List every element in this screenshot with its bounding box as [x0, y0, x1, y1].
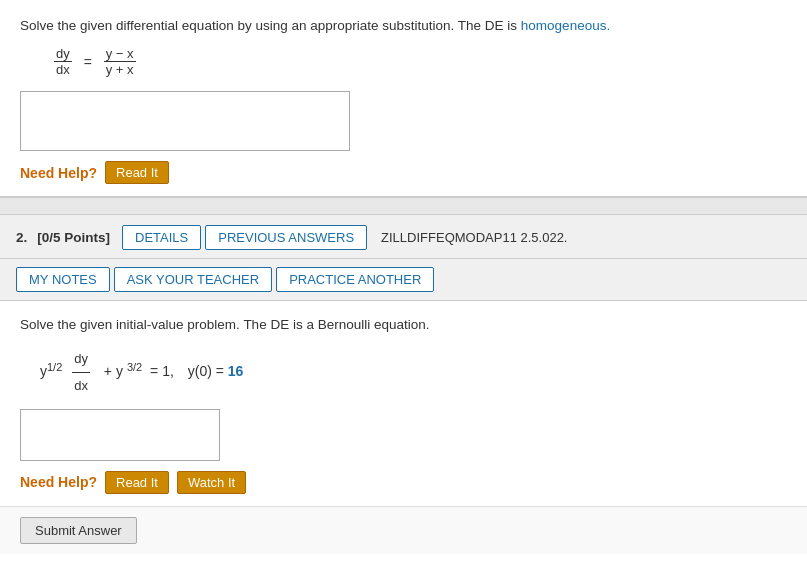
problem1-answer-box[interactable] — [20, 91, 350, 151]
equals-sign: = — [84, 54, 92, 70]
watch-it-button[interactable]: Watch It — [177, 471, 246, 494]
dy-numerator: dy — [72, 346, 90, 373]
section-number: 2. — [16, 230, 27, 245]
initial-condition: y(0) = 16 — [188, 363, 244, 379]
practice-another-button[interactable]: PRACTICE ANOTHER — [276, 267, 434, 292]
submit-row: Submit Answer — [0, 506, 807, 554]
read-it-button[interactable]: Read It — [105, 161, 169, 184]
dy-fraction-wrapper: dy dx — [68, 363, 98, 379]
dy-denominator: dx — [72, 373, 90, 399]
problem-id: ZILLDIFFEQMODAP11 2.5.022. — [381, 230, 567, 245]
problem2-header: 2. [0/5 Points] DETAILS PREVIOUS ANSWERS… — [0, 215, 807, 259]
ask-teacher-button[interactable]: ASK YOUR TEACHER — [114, 267, 272, 292]
problem1-equation: dy dx = y − x y + x — [50, 46, 787, 77]
rhs-numerator: y − x — [104, 46, 136, 62]
problem1-help-row: Need Help? Read It — [20, 161, 787, 184]
plus-sign: + y — [104, 363, 123, 379]
homogeneous-label: homogeneous. — [521, 18, 610, 33]
rhs-denominator: y + x — [104, 62, 136, 77]
problem2-help-row: Need Help? Read It Watch It — [20, 471, 787, 494]
problem2-content: Solve the given initial-value problem. T… — [0, 301, 807, 505]
lhs-numerator: dy — [54, 46, 72, 62]
instruction-text: Solve the given differential equation by… — [20, 18, 517, 33]
points-label: [0/5 Points] — [37, 230, 110, 245]
details-button[interactable]: DETAILS — [122, 225, 201, 250]
y-base: y — [40, 363, 47, 379]
submit-answer-button[interactable]: Submit Answer — [20, 517, 137, 544]
problem2-notes-row: MY NOTES ASK YOUR TEACHER PRACTICE ANOTH… — [0, 259, 807, 301]
dy-fraction: dy dx — [72, 346, 90, 399]
y-exp2: 3/2 — [127, 360, 142, 372]
problem1-instruction: Solve the given differential equation by… — [20, 16, 787, 36]
read-it-button-2[interactable]: Read It — [105, 471, 169, 494]
lhs-denominator: dx — [54, 62, 72, 77]
need-help-label: Need Help? — [20, 165, 97, 181]
previous-answers-button[interactable]: PREVIOUS ANSWERS — [205, 225, 367, 250]
lhs-fraction: dy dx — [54, 46, 72, 77]
problem2-answer-box[interactable] — [20, 409, 220, 461]
equals-1: = 1, — [150, 363, 174, 379]
problem2-equation: y1/2 dy dx + y3/2 = 1, y(0) = 16 — [40, 346, 787, 399]
need-help-label-2: Need Help? — [20, 474, 97, 490]
problem1-section: Solve the given differential equation by… — [0, 0, 807, 197]
y-exp1: 1/2 — [47, 360, 62, 372]
section-divider — [0, 197, 807, 215]
problem2-instruction: Solve the given initial-value problem. T… — [20, 315, 787, 335]
my-notes-button[interactable]: MY NOTES — [16, 267, 110, 292]
rhs-fraction: y − x y + x — [104, 46, 136, 77]
